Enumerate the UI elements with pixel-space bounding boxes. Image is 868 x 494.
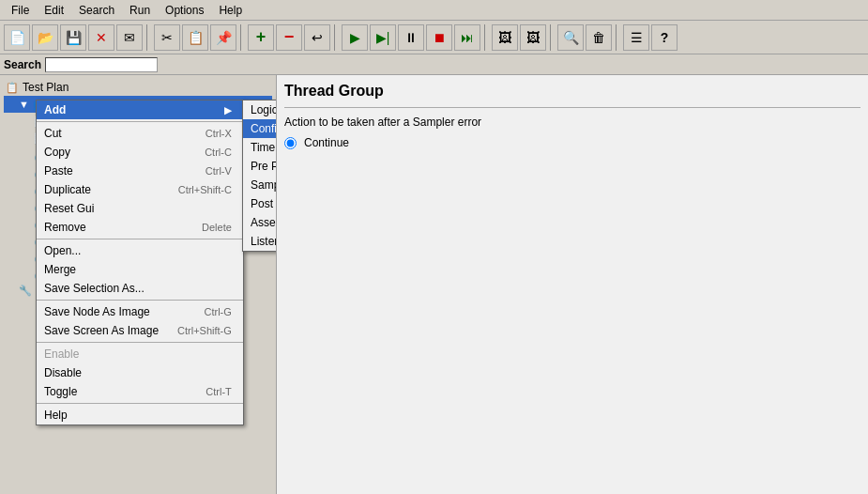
ctx-remove[interactable]: Remove Delete bbox=[37, 218, 243, 237]
ctx-duplicate-shortcut: Ctrl+Shift-C bbox=[178, 184, 232, 195]
ctx-merge-label: Merge bbox=[44, 263, 76, 276]
run-button[interactable]: ▶ bbox=[342, 24, 368, 51]
submenu-timer[interactable]: Timer ▶ bbox=[243, 138, 277, 157]
ctx-enable-label: Enable bbox=[44, 347, 79, 361]
submenu-preprocessors-label: Pre Processors bbox=[251, 160, 277, 173]
pause-button[interactable]: ⏸ bbox=[398, 24, 424, 51]
img1-button[interactable]: 🖼 bbox=[492, 24, 518, 51]
list-button[interactable]: ☰ bbox=[623, 24, 649, 51]
ctx-cut[interactable]: Cut Ctrl-X bbox=[37, 124, 243, 143]
ctx-sep-1 bbox=[37, 121, 243, 122]
submenu-config-element[interactable]: Config Element ▶ bbox=[243, 119, 277, 138]
submenu-sampler[interactable]: Sampler ▶ bbox=[243, 176, 277, 194]
clear-button[interactable]: ✉ bbox=[116, 24, 143, 51]
ctx-sep-2 bbox=[37, 239, 243, 239]
ctx-save-node[interactable]: Save Node As Image Ctrl-G bbox=[37, 302, 243, 321]
add-button[interactable]: + bbox=[248, 24, 274, 51]
stop-button[interactable]: ✕ bbox=[88, 24, 114, 51]
workbench-icon: 🔧 bbox=[19, 285, 32, 297]
right-panel: Thread Group Action to be taken after a … bbox=[277, 75, 868, 494]
menubar: File Edit Search Run Options Help bbox=[0, 0, 868, 21]
submenu-logic-label: Logic Controller bbox=[251, 103, 277, 116]
ctx-copy[interactable]: Copy Ctrl-C bbox=[37, 143, 243, 162]
help-button[interactable]: ? bbox=[651, 24, 678, 51]
ctx-add-arrow: ▶ bbox=[224, 105, 232, 116]
ctx-add[interactable]: Add ▶ bbox=[37, 100, 243, 119]
continue-radio[interactable] bbox=[284, 137, 297, 149]
submenu-postprocessors[interactable]: Post Processors ▶ bbox=[243, 194, 277, 213]
ctx-toggle-shortcut: Ctrl-T bbox=[206, 386, 232, 397]
ctx-duplicate[interactable]: Duplicate Ctrl+Shift-C bbox=[37, 180, 243, 199]
tg-section: Action to be taken after a Sampler error… bbox=[284, 116, 860, 149]
left-panel: 📋 Test Plan ▼ 👥 Thread Group 📊 Vie 📊 Vie… bbox=[0, 75, 277, 494]
search-bar: Search bbox=[0, 54, 868, 75]
ctx-resetgui[interactable]: Reset Gui bbox=[37, 199, 243, 218]
stop2-button[interactable]: ⏹ bbox=[426, 24, 452, 51]
resume-button[interactable]: ⏭ bbox=[454, 24, 480, 51]
testplan-label: Test Plan bbox=[23, 81, 69, 94]
paste-button[interactable]: 📌 bbox=[210, 24, 236, 51]
clear2-button[interactable]: 🗑 bbox=[586, 24, 612, 51]
ctx-save-screen-shortcut: Ctrl+Shift-G bbox=[177, 325, 232, 336]
toolbar-sep-2 bbox=[240, 24, 244, 51]
toolbar-sep-1 bbox=[146, 24, 150, 51]
ctx-enable: Enable bbox=[37, 345, 243, 363]
ctx-copy-shortcut: Ctrl-C bbox=[205, 147, 232, 158]
menu-file[interactable]: File bbox=[4, 2, 37, 19]
ctx-disable-label: Disable bbox=[44, 366, 82, 379]
img2-button[interactable]: 🖼 bbox=[520, 24, 546, 51]
ctx-paste-label: Paste bbox=[44, 164, 73, 178]
submenu-assertions[interactable]: Assertions ▶ bbox=[243, 213, 277, 232]
ctx-paste[interactable]: Paste Ctrl-V bbox=[37, 162, 243, 180]
new-button[interactable]: 📄 bbox=[4, 24, 30, 51]
search-button[interactable]: 🔍 bbox=[557, 24, 584, 51]
toolbar-sep-5 bbox=[550, 24, 554, 51]
ctx-sep-4 bbox=[37, 342, 243, 343]
remove-button[interactable]: − bbox=[276, 24, 302, 51]
ctx-duplicate-label: Duplicate bbox=[44, 183, 91, 196]
search-input[interactable] bbox=[45, 57, 158, 72]
ctx-open[interactable]: Open... bbox=[37, 241, 243, 260]
ctx-sep-5 bbox=[37, 403, 243, 404]
menu-edit[interactable]: Edit bbox=[37, 2, 71, 19]
threadgroup-expand-icon: ▼ bbox=[19, 99, 29, 110]
ctx-save-screen-label: Save Screen As Image bbox=[44, 324, 159, 337]
undo-button[interactable]: ↩ bbox=[304, 24, 330, 51]
ctx-cut-shortcut: Ctrl-X bbox=[206, 128, 232, 139]
main-layout: 📋 Test Plan ▼ 👥 Thread Group 📊 Vie 📊 Vie… bbox=[0, 75, 868, 494]
submenu-sampler-label: Sampler bbox=[251, 178, 277, 192]
ctx-help-label: Help bbox=[44, 409, 68, 422]
testplan-icon: 📋 bbox=[6, 82, 19, 94]
save-button[interactable]: 💾 bbox=[60, 24, 86, 51]
ctx-save-screen[interactable]: Save Screen As Image Ctrl+Shift-G bbox=[37, 321, 243, 340]
ctx-save-selection-label: Save Selection As... bbox=[44, 282, 145, 295]
action-label: Action to be taken after a Sampler error bbox=[284, 116, 481, 129]
ctx-merge[interactable]: Merge bbox=[37, 260, 243, 279]
ctx-toggle[interactable]: Toggle Ctrl-T bbox=[37, 382, 243, 401]
tree-item-testplan[interactable]: 📋 Test Plan bbox=[4, 79, 272, 96]
copy-button[interactable]: 📋 bbox=[182, 24, 208, 51]
menu-help[interactable]: Help bbox=[211, 2, 250, 19]
panel-title: Thread Group bbox=[284, 83, 860, 100]
ctx-save-node-shortcut: Ctrl-G bbox=[205, 306, 232, 317]
ctx-save-selection[interactable]: Save Selection As... bbox=[37, 279, 243, 298]
ctx-resetgui-label: Reset Gui bbox=[44, 202, 94, 215]
toolbar-sep-3 bbox=[334, 24, 338, 51]
ctx-help[interactable]: Help bbox=[37, 406, 243, 425]
menu-search[interactable]: Search bbox=[71, 2, 122, 19]
submenu-preprocessors[interactable]: Pre Processors ▶ bbox=[243, 157, 277, 176]
submenu-listener[interactable]: Listener ▶ bbox=[243, 232, 277, 251]
ctx-add-label: Add bbox=[44, 103, 66, 116]
continue-row: Continue bbox=[284, 136, 860, 149]
submenu-assertions-label: Assertions bbox=[251, 216, 277, 229]
ctx-disable[interactable]: Disable bbox=[37, 363, 243, 382]
cut-button[interactable]: ✂ bbox=[154, 24, 180, 51]
panel-divider bbox=[284, 107, 860, 108]
open-button[interactable]: 📂 bbox=[32, 24, 58, 51]
ctx-cut-label: Cut bbox=[44, 127, 62, 140]
menu-run[interactable]: Run bbox=[122, 2, 158, 19]
ctx-paste-shortcut: Ctrl-V bbox=[206, 165, 232, 177]
start-button[interactable]: ▶| bbox=[370, 24, 396, 51]
menu-options[interactable]: Options bbox=[158, 2, 211, 19]
submenu-logic-controller[interactable]: Logic Controller ▶ bbox=[243, 100, 277, 119]
